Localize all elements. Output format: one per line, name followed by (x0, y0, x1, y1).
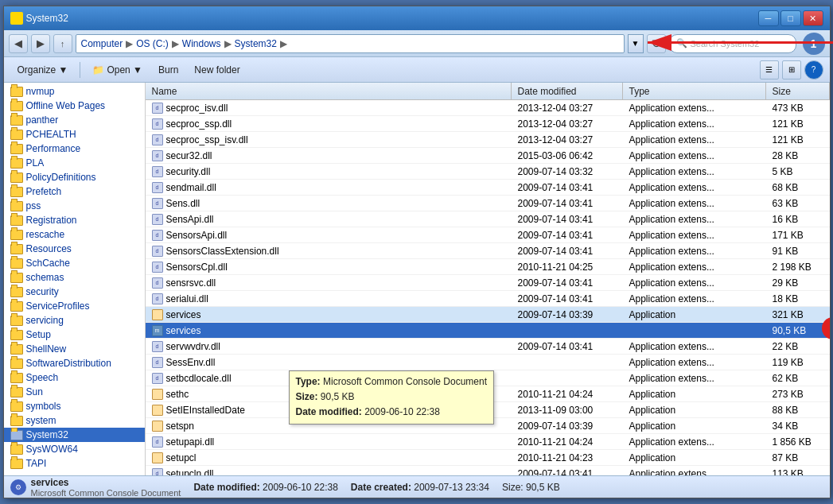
table-row[interactable]: d security.dll 2009-07-14 03:32 Applicat… (146, 164, 830, 180)
tooltip-date: Date modified: 2009-06-10 22:38 (296, 405, 488, 420)
sidebar-item-setup[interactable]: Setup (4, 328, 145, 342)
sidebar-item-nvmup[interactable]: nvmup (4, 84, 145, 99)
sidebar-item-tapi[interactable]: TAPI (4, 456, 145, 471)
sidebar-item-resources[interactable]: Resources (4, 242, 145, 256)
sidebar-item-serviceprofiles[interactable]: ServiceProfiles (4, 299, 145, 313)
sidebar-item-pss[interactable]: pss (4, 199, 145, 213)
sidebar-item-schcache[interactable]: SchCache (4, 256, 145, 270)
sidebar-item-rescache[interactable]: rescache (4, 227, 145, 242)
help-button[interactable]: ? (804, 60, 823, 79)
cell-name: d SensorsApi.dll (146, 230, 512, 241)
sidebar-label-setup: Setup (26, 329, 51, 340)
table-row[interactable]: d SensorsApi.dll 2009-07-14 03:41 Applic… (146, 227, 830, 243)
table-row[interactable]: d sensrsvc.dll 2009-07-14 03:41 Applicat… (146, 275, 830, 291)
header-date[interactable]: Date modified (512, 83, 623, 99)
cell-size: 5 KB (766, 166, 830, 177)
sidebar-label-schcache: SchCache (26, 258, 70, 269)
table-row-services-exe[interactable]: services 2009-07-14 03:39 Application 32… (146, 307, 830, 323)
cell-size: 18 KB (766, 293, 830, 304)
burn-button[interactable]: Burn (151, 60, 185, 79)
open-button[interactable]: 📁 Open ▼ (85, 60, 150, 79)
header-type[interactable]: Type (623, 83, 766, 99)
sidebar-item-system[interactable]: system (4, 413, 145, 428)
table-row[interactable]: d secproc_isv.dll 2013-12-04 03:27 Appli… (146, 100, 830, 116)
preview-pane-button[interactable]: ⊞ (782, 60, 801, 79)
folder-icon (10, 373, 23, 383)
dll-icon: d (152, 198, 163, 209)
cell-type: Application extens... (623, 214, 766, 225)
address-box[interactable]: Computer ▶ OS (C:) ▶ Windows ▶ System32 … (76, 34, 625, 53)
sidebar-item-panther[interactable]: panther (4, 113, 145, 127)
table-row[interactable]: d SensorsCpl.dll 2010-11-21 04:25 Applic… (146, 259, 830, 275)
path-windows[interactable]: Windows (182, 38, 221, 49)
sidebar-item-offlinewebpages[interactable]: Offline Web Pages (4, 99, 145, 113)
sidebar-label-pchealth: PCHEALTH (26, 129, 76, 140)
address-path: Computer ▶ OS (C:) ▶ Windows ▶ System32 … (81, 38, 619, 49)
table-row[interactable]: d setbcdlocale.dll Application extens...… (146, 370, 830, 386)
header-name[interactable]: Name (146, 83, 512, 99)
sidebar-item-pchealth[interactable]: PCHEALTH (4, 127, 145, 142)
toolbar-right: ☰ ⊞ ? (760, 60, 823, 79)
sidebar-item-syswow64[interactable]: SysWOW64 (4, 442, 145, 456)
sidebar-item-registration[interactable]: Registration (4, 213, 145, 227)
table-row[interactable]: d setupcln.dll 2009-07-14 03:41 Applicat… (146, 466, 830, 475)
cell-name: d Sens.dll (146, 198, 512, 209)
path-system32[interactable]: System32 (235, 38, 277, 49)
exe-icon (152, 309, 163, 320)
refresh-button[interactable]: ↻ (647, 34, 666, 53)
sidebar-item-servicing[interactable]: servicing (4, 313, 145, 328)
sidebar-item-speech[interactable]: Speech (4, 370, 145, 385)
sidebar-item-performance[interactable]: Performance (4, 142, 145, 156)
organize-label: Organize ▼ (18, 64, 68, 76)
table-row[interactable]: d SensorsClassExtension.dll 2009-07-14 0… (146, 243, 830, 259)
table-row[interactable]: d secproc_ssp.dll 2013-12-04 03:27 Appli… (146, 116, 830, 132)
path-computer[interactable]: Computer (81, 38, 123, 49)
sidebar-item-security[interactable]: security (4, 285, 145, 299)
table-row[interactable]: d SensApi.dll 2009-07-14 03:41 Applicati… (146, 211, 830, 227)
table-row-services-msc[interactable]: m services 90,5 KB (146, 323, 830, 339)
maximize-button[interactable]: □ (780, 10, 801, 26)
table-row[interactable]: d secproc_ssp_isv.dll 2013-12-04 03:27 A… (146, 132, 830, 148)
sidebar-item-shellnew[interactable]: ShellNew (4, 342, 145, 356)
table-row[interactable]: d servwvdrv.dll 2009-07-14 03:41 Applica… (146, 339, 830, 355)
minimize-button[interactable]: ─ (758, 10, 779, 26)
header-size[interactable]: Size (766, 83, 830, 99)
new-folder-button[interactable]: New folder (187, 60, 247, 79)
address-dropdown[interactable]: ▼ (628, 34, 644, 53)
sidebar-item-symbols[interactable]: symbols (4, 399, 145, 413)
cell-name: d servwvdrv.dll (146, 341, 512, 352)
table-row[interactable]: d setupapi.dll 2010-11-21 04:24 Applicat… (146, 434, 830, 450)
sidebar-item-softwaredistribution[interactable]: SoftwareDistribution (4, 356, 145, 370)
cell-type: Application extens... (623, 277, 766, 289)
up-button[interactable]: ↑ (53, 34, 72, 53)
dll-icon: d (152, 262, 163, 273)
sidebar-item-policydefinitions[interactable]: PolicyDefinitions (4, 170, 145, 184)
back-button[interactable]: ◀ (9, 34, 28, 53)
folder-icon (10, 359, 23, 369)
search-box[interactable]: 🔍 Search System32 (669, 34, 796, 53)
cell-name: d SensorsClassExtension.dll (146, 246, 512, 257)
sidebar-item-pla[interactable]: PLA (4, 156, 145, 170)
dll-icon: d (152, 373, 163, 384)
table-row[interactable]: d SessEnv.dll Application extens... 119 … (146, 355, 830, 370)
cell-name: m services (146, 325, 512, 336)
close-button[interactable]: ✕ (803, 10, 823, 26)
organize-button[interactable]: Organize ▼ (10, 60, 76, 79)
addressbar: ◀ ▶ ↑ Computer ▶ OS (C:) ▶ Windows ▶ Sys… (4, 30, 830, 57)
table-row[interactable]: d Sens.dll 2009-07-14 03:41 Application … (146, 196, 830, 211)
table-row[interactable]: d sendmail.dll 2009-07-14 03:41 Applicat… (146, 180, 830, 196)
view-options-button[interactable]: ☰ (760, 60, 779, 79)
cell-date: 2009-07-14 03:39 (512, 421, 623, 432)
sidebar-item-sun[interactable]: Sun (4, 385, 145, 399)
sidebar-item-schemas[interactable]: schemas (4, 270, 145, 285)
sidebar-item-system32[interactable]: System32 (4, 428, 145, 442)
forward-button[interactable]: ▶ (31, 34, 50, 53)
table-row[interactable]: d serialui.dll 2009-07-14 03:41 Applicat… (146, 291, 830, 307)
sidebar-item-prefetch[interactable]: Prefetch (4, 184, 145, 199)
folder-icon (10, 258, 23, 269)
sidebar-label-rescache: rescache (26, 229, 65, 240)
table-row[interactable]: d secur32.dll 2015-03-06 06:42 Applicati… (146, 148, 830, 164)
path-osc[interactable]: OS (C:) (136, 38, 169, 49)
table-row[interactable]: setupcl 2010-11-21 04:23 Application 87 … (146, 450, 830, 466)
cell-date: 2010-11-21 04:23 (512, 452, 623, 463)
